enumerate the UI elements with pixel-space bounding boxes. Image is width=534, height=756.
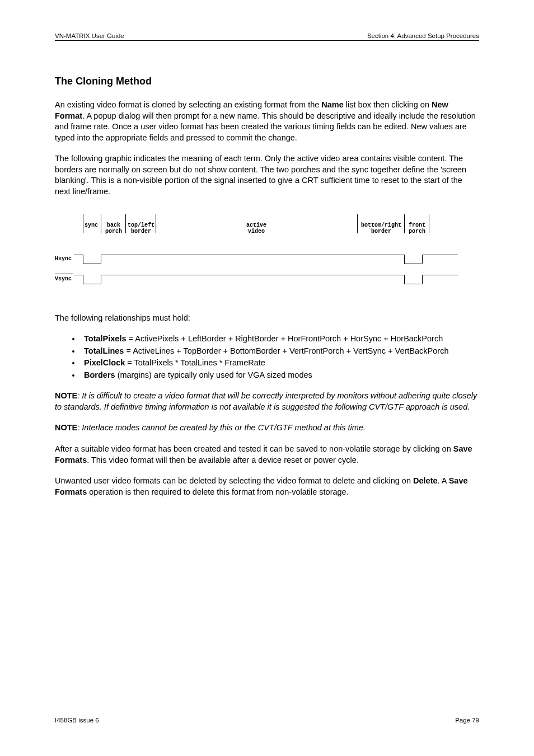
header-left: VN-MATRIX User Guide	[55, 32, 124, 39]
label-hsync: Hsync	[55, 256, 72, 262]
note-text: : It is difficult to create a video form…	[55, 391, 477, 411]
label-front-porch-1: front	[409, 222, 425, 228]
text: . A	[438, 476, 449, 485]
page-header: VN-MATRIX User Guide Section 4: Advanced…	[55, 32, 479, 41]
bullet-bold: TotalLines	[84, 346, 124, 355]
text: An existing video format is cloned by se…	[55, 100, 321, 109]
note-label: NOTE	[55, 423, 77, 432]
page-footer: I458GB issue 6 Page 79	[55, 717, 479, 724]
bullet-text: (margins) are typically only used for VG…	[115, 370, 312, 379]
note-2: NOTE: Interlace modes cannot be created …	[55, 422, 479, 434]
label-sync: sync	[85, 222, 98, 228]
text: Unwanted user video formats can be delet…	[55, 476, 413, 485]
label-front-porch-2: porch	[409, 228, 425, 234]
list-item: PixelClock = TotalPixels * TotalLines * …	[81, 358, 479, 369]
bullet-text: = TotalPixels * TotalLines * FrameRate	[125, 358, 265, 367]
footer-left: I458GB issue 6	[55, 717, 99, 724]
text: list box then clicking on	[344, 100, 432, 109]
header-right: Section 4: Advanced Setup Procedures	[367, 32, 479, 39]
bullet-bold: TotalPixels	[84, 334, 126, 343]
note-1: NOTE: It is difficult to create a video …	[55, 391, 479, 412]
paragraph-delete: Unwanted user video formats can be delet…	[55, 476, 479, 497]
bullet-bold: Borders	[84, 370, 115, 379]
text: After a suitable video format has been c…	[55, 444, 453, 453]
paragraph-intro: An existing video format is cloned by se…	[55, 100, 479, 143]
list-item: TotalLines = ActiveLines + TopBorder + B…	[81, 346, 479, 357]
label-bottomright-2: border	[371, 228, 391, 234]
delete-label: Delete	[413, 476, 438, 485]
label-active-1: active	[246, 222, 266, 228]
text: operation is then required to delete thi…	[87, 487, 348, 496]
footer-right: Page 79	[455, 717, 479, 724]
label-back-porch-1: back	[107, 222, 120, 228]
label-bottomright-1: bottom/right	[361, 222, 401, 228]
label-vsync: Vsync	[55, 276, 72, 282]
note-label: NOTE	[55, 391, 77, 400]
list-item: Borders (margins) are typically only use…	[81, 370, 479, 381]
text: . A popup dialog will then prompt for a …	[55, 111, 476, 142]
name-label: Name	[321, 100, 344, 109]
section-title: The Cloning Method	[55, 76, 479, 87]
relationships-intro: The following relationships must hold:	[55, 313, 479, 324]
label-back-porch-2: porch	[105, 228, 122, 234]
text: . This video format will then be availab…	[87, 456, 359, 464]
label-topleft-2: border	[131, 228, 151, 234]
paragraph-save: After a suitable video format has been c…	[55, 444, 479, 466]
relationships-list: TotalPixels = ActivePixels + LeftBorder …	[55, 334, 479, 381]
label-active-2: video	[248, 228, 265, 234]
bullet-bold: PixelClock	[84, 358, 125, 367]
label-topleft-1: top/left	[128, 222, 154, 228]
list-item: TotalPixels = ActivePixels + LeftBorder …	[81, 334, 479, 345]
bullet-text: = ActivePixels + LeftBorder + RightBorde…	[126, 334, 443, 343]
timing-diagram: sync back porch top/left border active v…	[55, 208, 458, 297]
note-text: : Interlace modes cannot be created by t…	[77, 423, 366, 432]
bullet-text: = ActiveLines + TopBorder + BottomBorder…	[124, 346, 448, 355]
paragraph-graphic-intro: The following graphic indicates the mean…	[55, 153, 479, 197]
